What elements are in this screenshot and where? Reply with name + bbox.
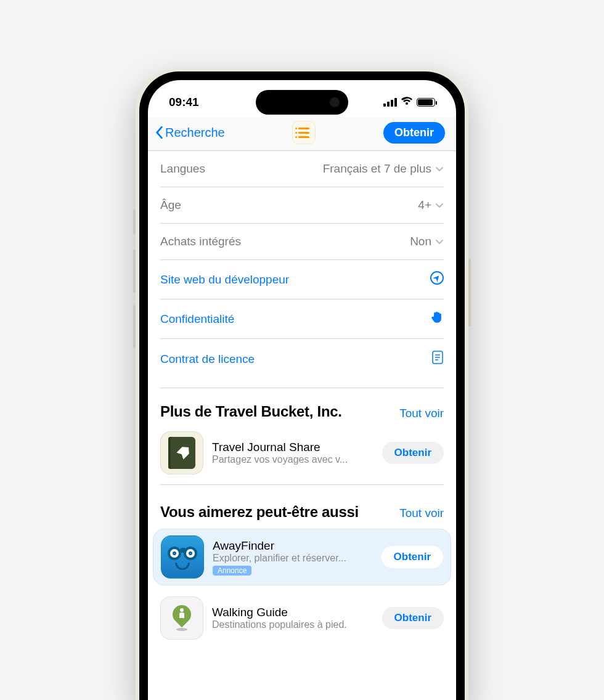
label: Contrat de licence [160,352,255,366]
app-subtitle: Partagez vos voyages avec v... [212,454,373,465]
label: Site web du développeur [160,273,289,287]
app-icon-small [292,121,316,144]
value: Non [410,235,431,248]
cellular-icon [383,98,397,107]
app-name: AwayFinder [213,539,373,553]
app-card-awayfinder[interactable]: AwayFinder Explorer, planifier et réserv… [153,529,451,585]
battery-icon [417,98,435,107]
side-button [133,210,136,234]
label: Langues [160,162,205,176]
row-languages[interactable]: Langues Français et 7 de plus [160,151,444,187]
get-button-header[interactable]: Obtenir [383,122,445,144]
app-card-walking[interactable]: Walking Guide Destinations populaires à … [160,592,444,645]
app-name: Walking Guide [212,606,373,619]
app-subtitle: Explorer, planifier et réserver... [213,553,373,564]
section-you-might-like: Vous aimerez peut-être aussi Tout voir [160,484,444,527]
volume-down-button [133,305,136,348]
row-developer-site[interactable]: Site web du développeur [160,260,444,299]
row-privacy[interactable]: Confidentialité [160,299,444,339]
nav-bar: Recherche Obtenir [148,117,456,151]
chevron-left-icon [154,126,164,139]
row-license[interactable]: Contrat de licence [160,339,444,379]
app-icon [160,431,203,474]
section-title: Vous aimerez peut-être aussi [160,503,359,521]
row-iap[interactable]: Achats intégrés Non [160,224,444,260]
section-more-by: Plus de Travel Bucket, Inc. Tout voir [160,388,444,426]
volume-up-button [133,250,136,293]
see-all-link[interactable]: Tout voir [399,407,444,420]
section-title: Plus de Travel Bucket, Inc. [160,403,342,420]
compass-icon [430,271,444,288]
label: Achats intégrés [160,235,241,248]
back-label: Recherche [165,126,225,140]
document-icon [431,350,444,368]
value: 4+ [418,198,431,212]
power-button [468,259,471,327]
get-button[interactable]: Obtenir [382,442,444,464]
hand-icon [430,311,444,327]
dynamic-island [256,90,348,115]
row-age[interactable]: Âge 4+ [160,187,444,224]
app-icon [160,596,203,640]
app-icon [161,535,204,579]
label: Confidentialité [160,312,234,326]
see-all-link[interactable]: Tout voir [399,507,444,520]
value: Français et 7 de plus [323,162,431,176]
app-subtitle: Destinations populaires à pied. [212,619,373,630]
app-card-journal[interactable]: Travel Journal Share Partagez vos voyage… [160,426,444,479]
label: Âge [160,198,181,212]
wifi-icon [401,96,413,109]
back-button[interactable]: Recherche [154,126,225,140]
status-time: 09:41 [169,96,199,109]
phone-frame: 09:41 Recherche Obtenir [136,68,468,700]
chevron-down-icon [435,162,444,176]
get-button[interactable]: Obtenir [382,607,444,629]
get-button[interactable]: Obtenir [382,546,443,568]
ad-badge: Annonce [213,566,251,576]
chevron-down-icon [435,235,444,248]
app-name: Travel Journal Share [212,441,373,454]
chevron-down-icon [435,198,444,212]
